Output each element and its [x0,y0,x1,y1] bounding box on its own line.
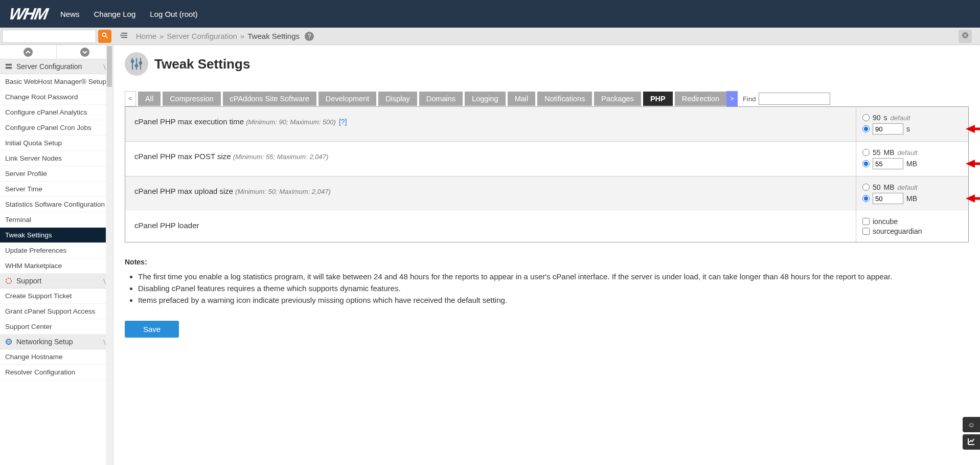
save-button[interactable]: Save [125,321,179,338]
tab-domains[interactable]: Domains [419,92,463,106]
tab-logging[interactable]: Logging [465,92,506,106]
chevron-down-icon [80,48,89,57]
setting-value-input[interactable] [873,158,903,169]
sidebar-category-server-config[interactable]: Server Configuration ⋁ [0,59,113,74]
tab-notifications[interactable]: Notifications [537,92,592,106]
setting-radio-default[interactable] [862,114,870,121]
setting-radio-default[interactable] [862,184,870,191]
default-word: default [898,184,918,191]
tab-mail[interactable]: Mail [508,92,536,106]
sidebar-item[interactable]: Resolver Configuration [0,365,113,380]
loader-checkbox-sourceguardian[interactable] [862,228,870,235]
sidebar-collapse-button[interactable] [119,30,131,42]
default-unit: MB [884,183,895,191]
nav-link-news[interactable]: News [60,10,80,18]
sidebar-item[interactable]: Support Center [0,319,113,335]
sidebar-search-button[interactable] [98,30,111,43]
main-content: Tweak Settings < AllCompressioncPAddons … [113,45,980,465]
breadcrumb-sep: » [240,32,244,40]
nav-link-changelog[interactable]: Change Log [94,10,135,18]
tabs-scroll-left[interactable]: < [125,91,136,106]
sidebar-search-input[interactable] [2,30,96,43]
value-unit: s [906,125,910,133]
tab-compression[interactable]: Compression [163,92,220,106]
sidebar-item[interactable]: Terminal [0,212,113,228]
sidebar-item[interactable]: Update Preferences [0,243,113,258]
breadcrumb-home[interactable]: Home [136,32,156,40]
setting-row: cPanel PHP max upload size (Minimum: 50;… [125,176,968,211]
support-icon [5,277,12,284]
default-unit: MB [884,148,895,157]
scrollbar-thumb[interactable] [107,46,112,87]
whm-logo: WHM [8,5,49,24]
svg-rect-4 [6,67,12,69]
setting-row-php-loader: cPanel PHP loader ioncube sourceguardian [125,211,968,242]
close-page-button[interactable] [959,30,972,43]
notes-item: Disabling cPanel features requires a the… [138,283,969,294]
sidebar-item[interactable]: Configure cPanel Analytics [0,105,113,120]
annotation-arrow-icon [966,193,980,204]
stats-widget[interactable] [963,434,980,450]
default-word: default [898,149,918,157]
sidebar-scrollbar[interactable] [106,45,113,465]
sidebar-item[interactable]: Configure cPanel Cron Jobs [0,120,113,136]
setting-value-input[interactable] [873,193,903,204]
svg-line-1 [106,36,108,38]
value-unit: MB [906,160,917,168]
setting-radio-custom[interactable] [862,160,870,167]
chart-icon [967,437,975,447]
chevron-up-icon [24,48,33,57]
svg-point-0 [102,33,106,36]
sidebar-item[interactable]: Server Profile [0,166,113,182]
sidebar-collapse-all[interactable] [0,45,57,59]
sidebar-category-support[interactable]: Support ⋁ [0,274,113,289]
setting-hint: (Minimum: 55; Maximum: 2,047) [233,153,328,161]
find-input[interactable] [759,93,830,105]
help-icon[interactable]: ? [305,32,314,41]
sidebar-item[interactable]: Basic WebHost Manager® Setup [0,74,113,90]
setting-value-input[interactable] [873,123,903,135]
sidebar-item[interactable]: Statistics Software Configuration [0,197,113,212]
tab-php[interactable]: PHP [643,92,673,106]
tab-all[interactable]: All [138,92,161,106]
setting-row: cPanel PHP max POST size (Minimum: 55; M… [125,142,968,176]
feedback-widget[interactable]: ☺ [963,417,980,432]
sidebar-item[interactable]: Change Root Password [0,90,113,105]
sidebar-item[interactable]: Tweak Settings [0,228,113,243]
setting-radio-custom[interactable] [862,195,870,202]
svg-point-12 [140,62,142,64]
setting-label-text: cPanel PHP loader [134,221,199,230]
loader-option-label: sourceguardian [873,227,922,235]
value-unit: MB [906,194,917,203]
tabs-scroll-right[interactable]: > [726,91,738,106]
sidebar-item[interactable]: WHM Marketplace [0,258,113,274]
sidebar-item[interactable]: Server Time [0,182,113,197]
sidebar-item[interactable]: Change Hostname [0,349,113,365]
sidebar-item[interactable]: Grant cPanel Support Access [0,304,113,319]
nav-link-logout[interactable]: Log Out (root) [150,10,197,18]
setting-radio-custom[interactable] [862,125,870,132]
svg-marker-14 [966,125,975,133]
sidebar-item[interactable]: Initial Quota Setup [0,136,113,151]
sidebar-item[interactable]: Link Server Nodes [0,151,113,166]
setting-radio-default[interactable] [862,149,870,156]
server-config-icon [5,63,12,70]
sidebar-category-networking[interactable]: Networking Setup ⋁ [0,335,113,349]
tab-cpaddons-site-software[interactable]: cPAddons Site Software [223,92,316,106]
tab-packages[interactable]: Packages [594,92,641,106]
sidebar-item[interactable]: Create Support Ticket [0,289,113,304]
smiley-icon: ☺ [968,420,975,429]
find-label: Find [743,95,756,103]
breadcrumb-category[interactable]: Server Configuration [167,32,237,40]
default-value: 90 [873,114,881,122]
help-link[interactable]: [?] [339,118,347,126]
svg-point-11 [135,64,138,67]
loader-checkbox-ioncube[interactable] [862,218,870,225]
tab-display[interactable]: Display [378,92,417,106]
sidebar-expand-all[interactable] [57,45,113,59]
page-title: Tweak Settings [154,56,250,72]
setting-label-text: cPanel PHP max upload size [134,187,233,195]
tab-development[interactable]: Development [318,92,376,106]
tab-redirection[interactable]: Redirection [675,92,726,106]
setting-label-text: cPanel PHP max POST size [134,152,231,161]
